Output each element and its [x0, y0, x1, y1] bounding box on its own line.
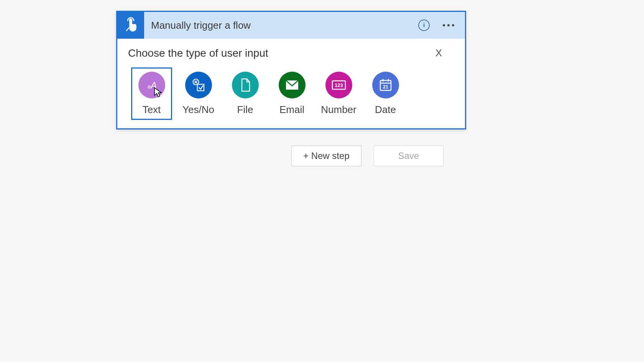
svg-text:123: 123: [335, 82, 343, 88]
input-type-label: Number: [321, 104, 356, 116]
input-type-label: Email: [279, 104, 304, 116]
input-types-row: a A Text: [131, 67, 454, 120]
body-title-row: Choose the type of user input X: [128, 46, 454, 61]
input-type-file[interactable]: File: [225, 67, 266, 120]
input-type-label: Yes/No: [182, 104, 214, 116]
trigger-card-title[interactable]: Manually trigger a flow: [144, 12, 418, 39]
trigger-card-body: Choose the type of user input X a A Text: [117, 39, 465, 128]
more-icon[interactable]: [440, 22, 457, 29]
input-type-label: Text: [143, 104, 161, 116]
input-type-label: File: [237, 104, 253, 116]
input-type-email[interactable]: Email: [271, 67, 312, 120]
header-actions: i: [418, 12, 465, 39]
svg-text:a: a: [148, 84, 151, 90]
trigger-card: Manually trigger a flow i Choose the typ…: [116, 11, 466, 129]
body-title: Choose the type of user input: [128, 47, 268, 59]
close-icon[interactable]: X: [432, 46, 445, 61]
date-icon: 21: [372, 72, 399, 98]
save-button[interactable]: Save: [374, 146, 444, 166]
input-type-label: Date: [375, 104, 396, 116]
number-icon: 123: [325, 72, 352, 98]
trigger-card-header: Manually trigger a flow i: [117, 12, 465, 39]
trigger-icon: [117, 12, 144, 39]
new-step-button[interactable]: + New step: [291, 146, 361, 166]
email-icon: [279, 72, 306, 98]
text-icon: a A: [138, 72, 165, 98]
cursor-icon: [154, 87, 162, 98]
input-type-text[interactable]: a A Text: [131, 67, 172, 120]
svg-text:21: 21: [383, 84, 388, 90]
action-row: + New step Save: [291, 146, 444, 166]
info-icon[interactable]: i: [418, 20, 430, 31]
touch-icon: [124, 17, 138, 34]
svg-rect-6: [197, 84, 204, 91]
input-type-number[interactable]: 123 Number: [318, 67, 359, 120]
yesno-icon: [185, 72, 212, 98]
input-type-date[interactable]: 21 Date: [365, 67, 406, 120]
input-type-yesno[interactable]: Yes/No: [178, 67, 219, 120]
file-icon: [232, 72, 259, 98]
